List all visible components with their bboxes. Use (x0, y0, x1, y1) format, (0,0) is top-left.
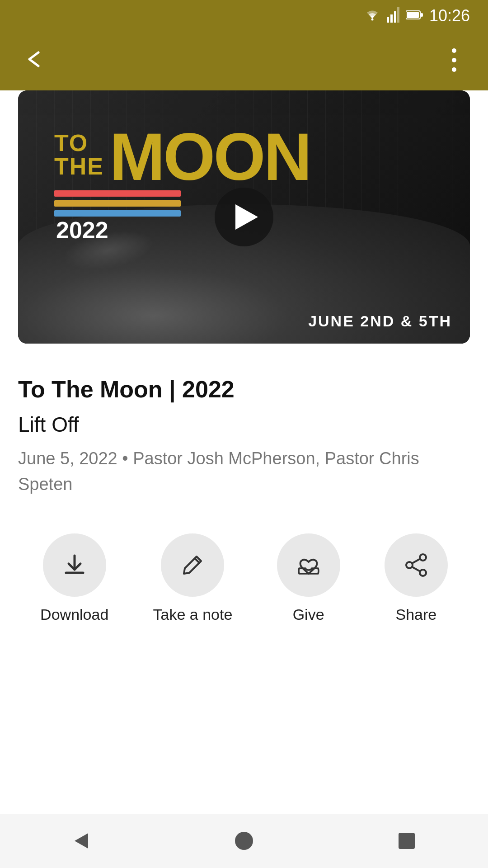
title-the: THE (54, 155, 104, 178)
wifi-icon (364, 9, 380, 23)
download-action[interactable]: Download (40, 533, 108, 623)
svg-rect-7 (421, 13, 423, 17)
svg-rect-6 (407, 12, 419, 18)
play-triangle-icon (235, 204, 258, 230)
nav-back-icon (70, 830, 93, 852)
svg-rect-20 (399, 833, 415, 849)
svg-point-8 (452, 48, 456, 53)
give-label: Give (293, 606, 324, 623)
share-action[interactable]: Share (385, 533, 448, 623)
rainbow-line-red (54, 190, 181, 197)
status-icons: 10:26 (364, 6, 470, 25)
download-circle (43, 533, 106, 597)
svg-point-15 (420, 570, 426, 576)
rainbow-line-blue (54, 210, 181, 217)
signal-icon (387, 7, 399, 24)
nav-back-button[interactable] (61, 821, 102, 861)
svg-rect-2 (390, 14, 393, 23)
svg-line-17 (412, 567, 420, 571)
svg-rect-1 (387, 17, 389, 23)
battery-icon (406, 9, 423, 22)
give-icon (295, 552, 323, 578)
video-date-overlay: JUNE 2ND & 5TH (308, 312, 452, 330)
nav-recents-icon (397, 831, 417, 851)
play-button[interactable] (215, 188, 273, 246)
svg-point-10 (452, 67, 456, 72)
actions-row: Download Take a note Give (18, 524, 470, 632)
video-thumbnail: TO THE MOON 2022 JUNE 2ND & 5TH (18, 90, 470, 344)
bottom-nav (0, 814, 488, 868)
svg-point-0 (371, 19, 373, 21)
svg-line-16 (412, 559, 420, 563)
nav-home-button[interactable] (224, 821, 264, 861)
title-moon: MOON (109, 127, 310, 187)
back-arrow-icon (23, 48, 45, 74)
note-icon (179, 552, 206, 578)
rainbow-line-yellow (54, 200, 181, 207)
video-background: TO THE MOON 2022 JUNE 2ND & 5TH (18, 90, 470, 344)
title-to: TO (54, 131, 104, 155)
give-circle (277, 533, 340, 597)
share-circle (385, 533, 448, 597)
more-dots-icon (451, 48, 457, 74)
take-a-note-label: Take a note (153, 606, 233, 623)
take-a-note-circle (161, 533, 224, 597)
svg-point-9 (452, 58, 456, 62)
download-label: Download (40, 606, 108, 623)
nav-recents-button[interactable] (386, 821, 427, 861)
take-a-note-action[interactable]: Take a note (153, 533, 233, 623)
status-time: 10:26 (429, 6, 470, 25)
back-button[interactable] (18, 45, 50, 77)
more-options-button[interactable] (438, 45, 470, 77)
share-icon (403, 552, 429, 578)
svg-rect-4 (397, 7, 399, 23)
sermon-title: Lift Off (18, 412, 470, 437)
sermon-meta: June 5, 2022 • Pastor Josh McPherson, Pa… (18, 446, 470, 497)
give-action[interactable]: Give (277, 533, 340, 623)
download-icon (61, 552, 88, 578)
svg-marker-18 (75, 833, 88, 849)
svg-point-19 (235, 832, 253, 850)
svg-rect-3 (394, 11, 396, 23)
top-bar (0, 32, 488, 90)
svg-point-13 (420, 554, 426, 561)
title-year: 2022 (56, 217, 108, 243)
status-bar: 10:26 (0, 0, 488, 32)
content-area: To The Moon | 2022 Lift Off June 5, 2022… (0, 362, 488, 632)
sermon-series-title: To The Moon | 2022 (18, 375, 470, 403)
share-label: Share (395, 606, 436, 623)
nav-home-icon (234, 830, 254, 851)
